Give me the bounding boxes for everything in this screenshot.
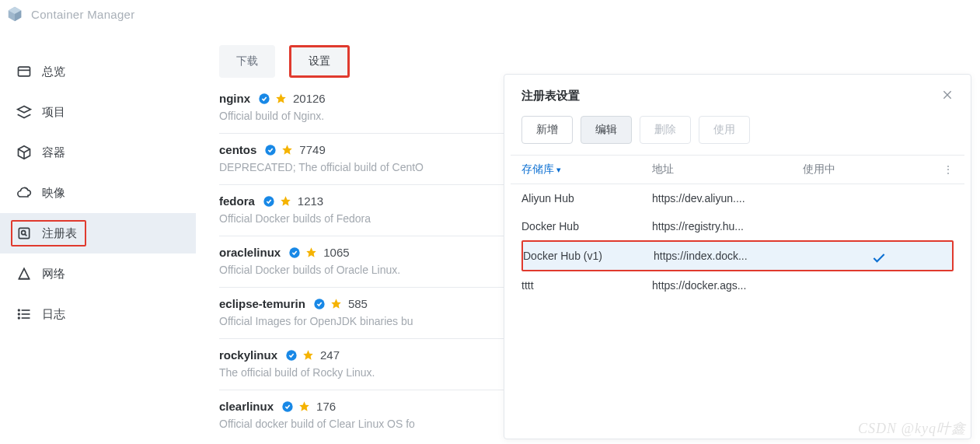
delete-button[interactable]: 删除 xyxy=(640,116,691,144)
svg-rect-3 xyxy=(19,67,30,76)
tab-settings[interactable]: 设置 xyxy=(291,47,347,75)
cell-repo: Docker Hub xyxy=(521,220,652,232)
cell-address: https://docker.ags... xyxy=(652,279,803,292)
cell-address: https://registry.hu... xyxy=(652,220,803,232)
app-logo-icon xyxy=(6,5,23,23)
sidebar-item-overview[interactable]: 总览 xyxy=(0,51,196,92)
star-count: 1213 xyxy=(298,194,323,208)
star-icon xyxy=(305,246,317,258)
sidebar-item-network[interactable]: 网络 xyxy=(0,253,196,294)
sidebar-item-label: 映像 xyxy=(42,186,65,201)
sidebar-item-label: 日志 xyxy=(42,307,65,322)
repo-name: eclipse-temurin xyxy=(219,297,305,310)
cell-repo: tttt xyxy=(521,279,652,292)
list-icon xyxy=(14,304,34,324)
check-icon xyxy=(871,250,887,268)
tab-bar: 下载 设置 xyxy=(196,45,980,78)
tab-download[interactable]: 下载 xyxy=(219,45,275,78)
table-row[interactable]: Docker Hub (v1) https://index.dock... xyxy=(523,242,952,270)
verified-icon xyxy=(285,349,298,362)
svg-line-12 xyxy=(25,234,27,236)
sidebar-item-label: 容器 xyxy=(42,145,65,160)
table-row[interactable]: Aliyun Hub https://dev.aliyun.... xyxy=(511,184,964,212)
cube-icon xyxy=(14,142,34,163)
sidebar-item-label: 网络 xyxy=(42,267,65,281)
close-icon[interactable] xyxy=(941,89,954,103)
cell-repo: Aliyun Hub xyxy=(521,192,652,205)
use-button[interactable]: 使用 xyxy=(699,116,750,144)
star-icon xyxy=(298,400,310,412)
svg-line-8 xyxy=(24,149,30,152)
star-count: 176 xyxy=(316,400,336,413)
registry-icon xyxy=(14,223,34,243)
layers-icon xyxy=(14,102,34,122)
star-icon xyxy=(302,349,314,361)
svg-marker-23 xyxy=(283,145,293,155)
sidebar-item-logs[interactable]: 日志 xyxy=(0,294,196,334)
repo-name: oraclelinux xyxy=(219,246,281,259)
kebab-icon[interactable]: ⋮ xyxy=(930,163,954,176)
star-count: 20126 xyxy=(293,92,326,105)
star-icon xyxy=(281,144,293,156)
verified-icon xyxy=(288,246,301,259)
network-icon xyxy=(14,264,34,284)
svg-line-7 xyxy=(19,149,25,152)
svg-point-19 xyxy=(19,317,20,319)
app-title: Container Manager xyxy=(31,8,135,21)
svg-rect-10 xyxy=(19,228,29,238)
table-row[interactable]: Docker Hub https://registry.hu... xyxy=(511,212,964,240)
svg-marker-25 xyxy=(281,196,291,206)
repo-name: centos xyxy=(219,143,256,156)
sidebar-item-label: 项目 xyxy=(42,105,65,120)
edit-button[interactable]: 编辑 xyxy=(581,116,632,144)
sidebar-item-label: 总览 xyxy=(42,65,65,79)
sidebar: 总览 项目 容器 映像 xyxy=(0,28,196,444)
svg-marker-21 xyxy=(276,93,286,103)
svg-point-17 xyxy=(19,309,20,311)
star-count: 585 xyxy=(348,297,368,310)
star-count: 247 xyxy=(320,348,340,362)
sidebar-item-projects[interactable]: 项目 xyxy=(0,92,196,132)
dashboard-icon xyxy=(14,61,34,82)
cell-address: https://index.dock... xyxy=(654,250,804,262)
sidebar-item-label: 注册表 xyxy=(42,226,77,241)
modal-title: 注册表设置 xyxy=(521,89,580,103)
column-inuse[interactable]: 使用中 xyxy=(803,163,930,177)
verified-icon xyxy=(258,93,270,105)
table-row[interactable]: tttt https://docker.ags... xyxy=(511,271,964,299)
star-icon xyxy=(280,195,291,207)
star-icon xyxy=(330,298,342,309)
verified-icon xyxy=(264,144,277,156)
svg-marker-5 xyxy=(18,107,31,113)
verified-icon xyxy=(263,195,275,208)
sidebar-item-containers[interactable]: 容器 xyxy=(0,132,196,173)
repo-name: fedora xyxy=(219,194,255,208)
svg-point-18 xyxy=(19,313,20,315)
star-icon xyxy=(275,93,287,104)
svg-marker-31 xyxy=(303,350,313,360)
repo-name: rockylinux xyxy=(219,348,277,362)
svg-marker-27 xyxy=(306,247,316,257)
star-count: 7749 xyxy=(299,143,325,156)
verified-icon xyxy=(313,298,326,310)
cell-repo: Docker Hub (v1) xyxy=(523,250,654,262)
star-count: 1065 xyxy=(323,246,349,259)
repo-name: nginx xyxy=(219,92,250,105)
sidebar-item-images[interactable]: 映像 xyxy=(0,173,196,213)
add-button[interactable]: 新增 xyxy=(521,116,573,144)
repo-name: clearlinux xyxy=(219,400,274,413)
column-repo[interactable]: 存储库 xyxy=(521,163,652,177)
sidebar-item-registry[interactable]: 注册表 xyxy=(0,213,196,253)
column-address[interactable]: 地址 xyxy=(652,163,803,177)
svg-marker-29 xyxy=(331,299,341,309)
cell-address: https://dev.aliyun.... xyxy=(652,192,803,205)
svg-marker-33 xyxy=(299,401,309,411)
verified-icon xyxy=(281,400,294,413)
registry-settings-modal: 注册表设置 新增 编辑 删除 使用 存储库 地址 使用中 ⋮ Aliyun Hu… xyxy=(504,74,971,439)
cloud-icon xyxy=(14,183,34,203)
